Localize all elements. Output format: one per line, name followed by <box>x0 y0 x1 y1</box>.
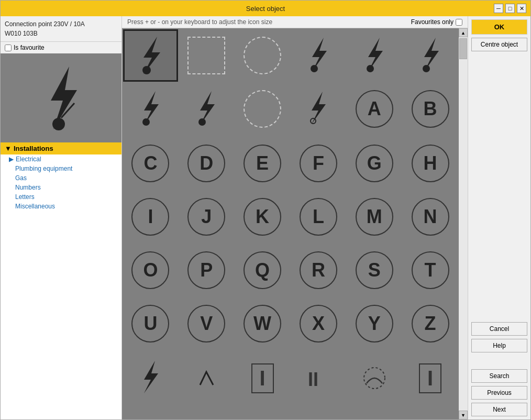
grid-cell-letter-Y[interactable]: Y <box>347 297 402 350</box>
restore-button[interactable]: □ <box>505 4 515 13</box>
cell-inner: X <box>296 302 340 346</box>
grid-cell-bottom-arrow[interactable] <box>179 352 234 404</box>
grid-cell-letter-S[interactable]: S <box>347 244 402 296</box>
cell-inner <box>352 34 396 78</box>
tree-item-miscellaneous[interactable]: Miscellaneous <box>1 202 121 211</box>
grid-cell-letter-D[interactable]: D <box>179 137 234 190</box>
grid-cell-letter-I[interactable]: I <box>123 191 178 243</box>
grid-cell-letter-K[interactable]: K <box>235 191 290 243</box>
search-button[interactable]: Search <box>471 369 527 383</box>
grid-cell-letter-E[interactable]: E <box>235 137 290 190</box>
grid-cell-letter-A[interactable]: A <box>347 83 402 135</box>
tree-item-letters[interactable]: Letters <box>1 192 121 202</box>
svg-point-6 <box>142 118 150 126</box>
grid-cell-letter-P[interactable]: P <box>179 244 234 296</box>
centre-object-button[interactable]: Centre object <box>471 38 527 51</box>
symbol-grid: A B <box>122 28 459 136</box>
grid-cell-letter-M[interactable]: M <box>347 191 402 243</box>
cell-inner: I <box>128 195 173 239</box>
grid-cell-letter-C[interactable]: C <box>123 137 178 190</box>
favourites-only-row[interactable]: Favourites only <box>411 18 462 26</box>
double-i-icon: II <box>304 364 333 393</box>
letter-F: F <box>300 145 337 182</box>
letter-L: L <box>300 198 337 236</box>
tree-item-numbers[interactable]: Numbers <box>1 183 121 192</box>
grid-cell-letter-T[interactable]: T <box>403 244 458 296</box>
spacer <box>471 54 527 319</box>
grid-cell-dashed-circle-r2[interactable] <box>235 83 290 135</box>
help-button[interactable]: Help <box>471 339 527 352</box>
letter-X: X <box>300 305 337 342</box>
grid-cell-letter-W[interactable]: W <box>235 297 290 350</box>
preview-area <box>1 53 121 142</box>
grid-cell-bottom-i3[interactable]: I <box>403 352 458 404</box>
cell-inner <box>296 34 340 78</box>
grid-cell-bolt-r2-2[interactable] <box>179 83 234 135</box>
grid-cell-letter-H[interactable]: H <box>403 137 458 190</box>
grid-cell-bolt-r2-1[interactable] <box>123 83 178 135</box>
cell-inner: B <box>408 87 452 131</box>
favourite-checkbox-row[interactable]: Is favourite <box>1 42 121 53</box>
grid-cell-bottom-i2[interactable]: II <box>291 352 346 404</box>
grid-cell-bolt-5[interactable] <box>403 29 458 82</box>
letter-P: P <box>187 251 225 289</box>
favourite-checkbox[interactable] <box>5 45 12 51</box>
spacer2 <box>471 356 527 366</box>
cell-inner <box>352 356 396 401</box>
ok-button[interactable]: OK <box>471 19 527 35</box>
scroll-up-button[interactable]: ▲ <box>459 28 468 37</box>
cell-inner: Y <box>352 302 396 346</box>
bolt-icon <box>359 36 390 75</box>
cell-inner <box>240 87 285 131</box>
next-button[interactable]: Next <box>471 403 527 416</box>
grid-cell-letter-X[interactable]: X <box>291 297 346 350</box>
grid-cell-bottom-i1[interactable]: I <box>235 352 290 404</box>
scroll-thumb[interactable] <box>459 38 467 59</box>
cancel-button[interactable]: Cancel <box>471 322 527 336</box>
grid-cell-letter-L[interactable]: L <box>291 191 346 243</box>
grid-cell-letter-G[interactable]: G <box>347 137 402 190</box>
grid-cell-letter-B[interactable]: B <box>403 83 458 135</box>
scroll-down-button[interactable]: ▼ <box>459 411 468 419</box>
grid-cell-bolt-r2-3[interactable] <box>291 83 346 135</box>
favourites-only-checkbox[interactable] <box>456 19 462 26</box>
grid-cell-letter-F[interactable]: F <box>291 137 346 190</box>
tree-panel: ▼ Installations ▶ Electrical Plumbing eq… <box>1 142 121 419</box>
tree-item-electrical[interactable]: ▶ Electrical <box>1 154 121 164</box>
keyboard-hint: Press + or - on your keyboard to adjust … <box>127 18 272 26</box>
tree-root[interactable]: ▼ Installations <box>1 142 121 154</box>
grid-cell-dashed-square[interactable] <box>179 29 234 82</box>
favourites-only-label: Favourites only <box>411 18 453 26</box>
arrow-icon: ▶ <box>9 156 14 163</box>
grid-cell-letter-Z[interactable]: Z <box>403 297 458 350</box>
grid-cell-dashed-circle[interactable] <box>235 29 290 82</box>
tree-collapse-icon: ▼ <box>5 145 12 152</box>
grid-cell-letter-U[interactable]: U <box>123 297 178 350</box>
letter-I: I <box>131 198 169 236</box>
grid-cell-bolt-4[interactable] <box>347 29 402 82</box>
close-button[interactable]: ✕ <box>517 4 526 13</box>
right-panel: OK Centre object Cancel Help Search Prev… <box>468 16 530 419</box>
cell-inner <box>184 87 229 131</box>
grid-cell-bottom-bolt1[interactable] <box>123 352 178 404</box>
scroll-track[interactable] <box>459 37 468 411</box>
minimize-button[interactable]: ─ <box>494 4 503 13</box>
previous-button[interactable]: Previous <box>471 386 527 400</box>
grid-cell-letter-V[interactable]: V <box>179 297 234 350</box>
grid-cell-letter-J[interactable]: J <box>179 191 234 243</box>
tree-item-plumbing[interactable]: Plumbing equipment <box>1 164 121 173</box>
cell-inner <box>240 34 285 78</box>
titlebar-controls: ─ □ ✕ <box>494 4 526 13</box>
grid-cell-bottom-curve[interactable] <box>347 352 402 404</box>
grid-cell-bolt-selected[interactable] <box>123 29 178 82</box>
grid-cell-letter-R[interactable]: R <box>291 244 346 296</box>
cell-inner: C <box>128 141 173 186</box>
tree-item-gas[interactable]: Gas <box>1 173 121 183</box>
grid-cell-letter-Q[interactable]: Q <box>235 244 290 296</box>
bottom-grid: I II <box>122 351 459 405</box>
cell-inner: M <box>352 195 396 239</box>
grid-cell-bolt-3[interactable] <box>291 29 346 82</box>
grid-cell-letter-O[interactable]: O <box>123 244 178 296</box>
cell-inner <box>184 356 229 401</box>
grid-cell-letter-N[interactable]: N <box>403 191 458 243</box>
